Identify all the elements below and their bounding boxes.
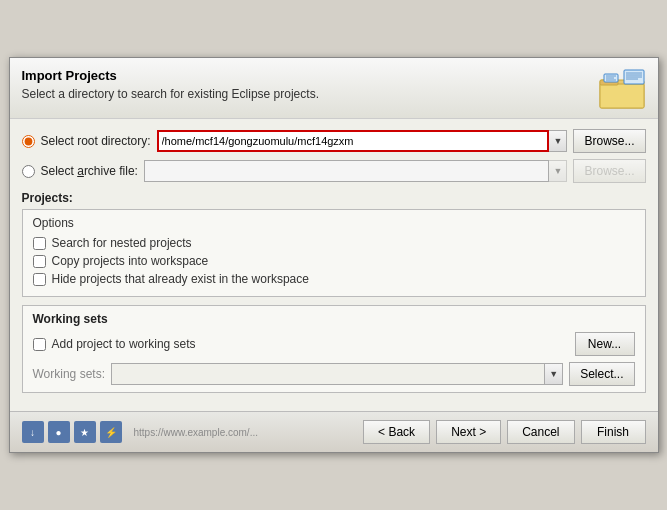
- hide-projects-label: Hide projects that already exist in the …: [52, 272, 309, 286]
- search-nested-checkbox[interactable]: [33, 237, 46, 250]
- working-sets-dropdown-btn[interactable]: ▼: [545, 363, 563, 385]
- select-btn[interactable]: Select...: [569, 362, 634, 386]
- root-directory-dropdown-btn[interactable]: ▼: [549, 130, 567, 152]
- options-group: Options Search for nested projects Copy …: [22, 209, 646, 297]
- root-directory-radio[interactable]: [22, 135, 35, 148]
- dialog-footer: ↓ ● ★ ⚡ https://www.example.com/... < Ba…: [10, 411, 658, 452]
- dialog-title-section: Import Projects Select a directory to se…: [22, 68, 598, 101]
- options-title: Options: [33, 216, 635, 230]
- chevron-down-icon-2: ▼: [554, 166, 563, 176]
- working-sets-group: Working sets Add project to working sets…: [22, 305, 646, 393]
- dialog-subtitle: Select a directory to search for existin…: [22, 87, 598, 101]
- add-to-working-sets-checkbox[interactable]: [33, 338, 46, 351]
- chevron-down-icon-3: ▼: [549, 369, 558, 379]
- footer-status: https://www.example.com/...: [134, 427, 259, 438]
- back-btn[interactable]: < Back: [363, 420, 430, 444]
- import-projects-dialog: Import Projects Select a directory to se…: [9, 57, 659, 453]
- browse-btn-2[interactable]: Browse...: [573, 159, 645, 183]
- projects-label: Projects:: [22, 191, 646, 205]
- taskbar-icon-4[interactable]: ⚡: [100, 421, 122, 443]
- hide-projects-row: Hide projects that already exist in the …: [33, 272, 635, 286]
- cancel-btn[interactable]: Cancel: [507, 420, 574, 444]
- copy-projects-row: Copy projects into workspace: [33, 254, 635, 268]
- dialog-title: Import Projects: [22, 68, 598, 83]
- archive-file-radio[interactable]: [22, 165, 35, 178]
- copy-projects-checkbox[interactable]: [33, 255, 46, 268]
- archive-file-row: Select archive file: ▼ Browse...: [22, 159, 646, 183]
- dialog-body: Select root directory: ▼ Browse... Selec…: [10, 119, 658, 411]
- root-directory-row: Select root directory: ▼ Browse...: [22, 129, 646, 153]
- copy-projects-label: Copy projects into workspace: [52, 254, 209, 268]
- taskbar-icon-2[interactable]: ●: [48, 421, 70, 443]
- root-directory-label: Select root directory:: [41, 134, 151, 148]
- chevron-down-icon: ▼: [554, 136, 563, 146]
- dialog-header: Import Projects Select a directory to se…: [10, 58, 658, 119]
- footer-taskbar: ↓ ● ★ ⚡ https://www.example.com/...: [22, 421, 364, 443]
- working-sets-title: Working sets: [33, 312, 635, 326]
- folder-icon: [598, 68, 646, 110]
- working-sets-field-label: Working sets:: [33, 367, 105, 381]
- footer-buttons: < Back Next > Cancel Finish: [363, 420, 645, 444]
- working-sets-row1: Add project to working sets New...: [33, 332, 635, 356]
- finish-btn[interactable]: Finish: [581, 420, 646, 444]
- add-to-working-sets-row: Add project to working sets: [33, 337, 196, 351]
- svg-rect-1: [600, 84, 644, 108]
- add-to-working-sets-label: Add project to working sets: [52, 337, 196, 351]
- working-sets-row2: Working sets: ▼ Select...: [33, 362, 635, 386]
- archive-file-label: Select archive file:: [41, 164, 138, 178]
- hide-projects-checkbox[interactable]: [33, 273, 46, 286]
- root-directory-input-wrapper: ▼: [157, 130, 568, 152]
- taskbar-icon-3[interactable]: ★: [74, 421, 96, 443]
- archive-file-input[interactable]: [144, 160, 550, 182]
- browse-btn-1[interactable]: Browse...: [573, 129, 645, 153]
- new-btn[interactable]: New...: [575, 332, 635, 356]
- root-directory-input[interactable]: [157, 130, 550, 152]
- archive-dropdown-btn[interactable]: ▼: [549, 160, 567, 182]
- working-sets-dropdown-wrapper: ▼: [111, 363, 563, 385]
- search-nested-label: Search for nested projects: [52, 236, 192, 250]
- next-btn[interactable]: Next >: [436, 420, 501, 444]
- search-nested-row: Search for nested projects: [33, 236, 635, 250]
- working-sets-input[interactable]: [111, 363, 545, 385]
- archive-file-input-wrapper: ▼: [144, 160, 568, 182]
- taskbar-icon-1[interactable]: ↓: [22, 421, 44, 443]
